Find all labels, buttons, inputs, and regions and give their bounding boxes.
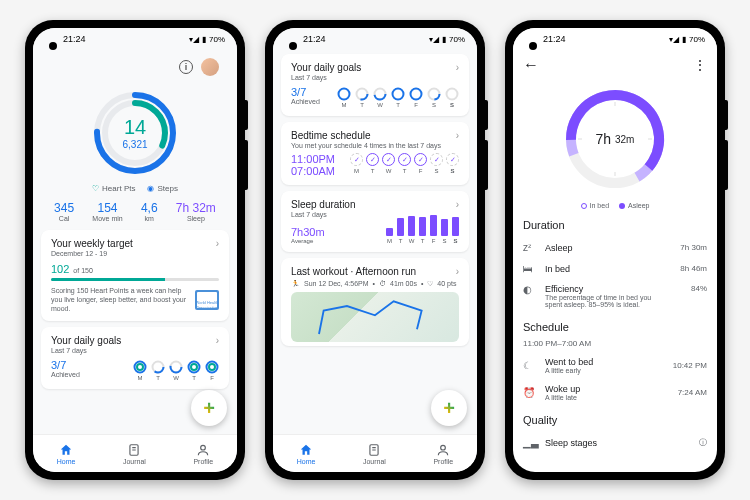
progress-bar — [51, 278, 219, 281]
svg-point-5 — [137, 364, 143, 370]
wifi-icon: ▾◢ — [429, 35, 439, 44]
inbed-dot-icon — [581, 203, 587, 209]
nav-journal[interactable]: Journal — [363, 443, 386, 465]
status-icons: ▾◢▮70% — [669, 35, 705, 44]
woke-up-row[interactable]: ⏰Woke upA little late7:24 AM — [523, 379, 707, 406]
chevron-right-icon: › — [456, 62, 459, 73]
screen-2: 21:24 ▾◢▮70% Your daily goals› Last 7 da… — [273, 28, 477, 472]
moon-icon: ☾ — [523, 360, 537, 371]
sleep-clock: 7h 32m — [560, 84, 670, 194]
who-logo-icon: World Health Organization — [195, 290, 219, 310]
daily-goals-card[interactable]: Your daily goals› Last 7 days 3/7 Achiev… — [41, 327, 229, 389]
phone-frame-2: 21:24 ▾◢▮70% Your daily goals› Last 7 da… — [265, 20, 485, 480]
nav-profile[interactable]: Profile — [433, 443, 453, 465]
more-menu-button[interactable]: ⋮ — [693, 57, 707, 73]
steps-icon: ◉ — [147, 184, 154, 193]
fab-add-button[interactable]: + — [431, 390, 467, 426]
metric-movemin[interactable]: 154Move min — [92, 201, 122, 222]
sleep-stages-row[interactable]: ▁▃Sleep stagesⓘ — [523, 432, 707, 453]
chevron-right-icon: › — [456, 199, 459, 210]
sleep-duration-card[interactable]: Sleep duration› Last 7 days 7h30mAverage… — [281, 191, 469, 252]
efficiency-row[interactable]: ◐EfficiencyThe percentage of time in bed… — [523, 279, 707, 313]
camera-hole — [49, 42, 57, 50]
bedtime-checks: ✓✓✓✓✓✓✓ — [350, 153, 459, 166]
info-icon[interactable]: ⓘ — [699, 437, 707, 448]
stages-icon: ▁▃ — [523, 437, 537, 448]
run-icon: 🏃 — [291, 280, 300, 288]
last-workout-card[interactable]: Last workout · Afternoon run› 🏃Sun 12 De… — [281, 258, 469, 346]
status-icons: ▾◢ ▮ 70% — [189, 35, 225, 44]
metrics-row: 345Cal 154Move min 4,6km 7h 32mSleep — [41, 201, 229, 230]
weekly-target-card[interactable]: Your weekly target› December 12 - 19 102… — [41, 230, 229, 321]
asleep-row[interactable]: zᶻAsleep7h 30m — [523, 237, 707, 258]
heart-icon: ♡ — [427, 280, 433, 288]
fab-add-button[interactable]: + — [191, 390, 227, 426]
svg-point-31 — [441, 445, 446, 450]
nav-profile[interactable]: Profile — [193, 443, 213, 465]
status-bar: 21:24 ▾◢▮70% — [513, 28, 717, 50]
camera-hole — [289, 42, 297, 50]
metric-km[interactable]: 4,6km — [141, 201, 158, 222]
status-icons: ▾◢▮70% — [429, 35, 465, 44]
bottom-nav: Home Journal Profile — [33, 434, 237, 468]
schedule-section-title: Schedule — [523, 321, 707, 333]
plus-icon: + — [203, 397, 215, 420]
chevron-right-icon: › — [456, 130, 459, 141]
chevron-right-icon: › — [456, 266, 459, 277]
asleep-dot-icon — [619, 203, 625, 209]
profile-avatar[interactable] — [201, 58, 219, 76]
went-to-bed-row[interactable]: ☾Went to bedA little early10:42 PM — [523, 352, 707, 379]
nav-home[interactable]: Home — [297, 443, 316, 465]
svg-point-24 — [411, 89, 422, 100]
metric-sleep[interactable]: 7h 32mSleep — [176, 201, 216, 222]
bottom-nav: Home Journal Profile — [273, 434, 477, 468]
inbed-row[interactable]: 🛏In bed8h 46m — [523, 258, 707, 279]
svg-point-27 — [447, 89, 458, 100]
ring-legend: ♡Heart Pts ◉Steps — [41, 184, 229, 193]
wifi-icon: ▾◢ — [189, 35, 199, 44]
screen-1: 21:24 ▾◢ ▮ 70% i — [33, 28, 237, 472]
zzz-icon: zᶻ — [523, 242, 537, 253]
workout-map — [291, 292, 459, 342]
steps-value: 6,321 — [122, 139, 147, 150]
clock-icon: ⏱ — [379, 280, 386, 288]
activity-ring[interactable]: 14 6,321 — [90, 88, 180, 178]
battery-icon: ▮ — [202, 35, 206, 44]
back-button[interactable]: ← — [523, 56, 539, 74]
heart-icon: ♡ — [92, 184, 99, 193]
schedule-range: 11:00 PM–7:00 AM — [523, 339, 707, 348]
sleep-legend: In bed Asleep — [523, 202, 707, 209]
svg-point-17 — [201, 445, 206, 450]
days-rings: M T W T F — [133, 360, 219, 381]
bed-icon: 🛏 — [523, 263, 537, 274]
svg-point-11 — [191, 364, 197, 370]
battery-icon: ▮ — [442, 35, 446, 44]
wifi-icon: ▾◢ — [669, 35, 679, 44]
sleep-bars: M T W T F S S — [386, 220, 459, 244]
top-bar: i — [41, 54, 229, 80]
svg-point-18 — [339, 89, 350, 100]
metric-cal[interactable]: 345Cal — [54, 201, 74, 222]
phone-frame-1: 21:24 ▾◢ ▮ 70% i — [25, 20, 245, 480]
screen-3: 21:24 ▾◢▮70% ← ⋮ 7h 32m — [513, 28, 717, 472]
phone-frame-3: 21:24 ▾◢▮70% ← ⋮ 7h 32m — [505, 20, 725, 480]
svg-point-13 — [209, 364, 215, 370]
nav-home[interactable]: Home — [57, 443, 76, 465]
battery-icon: ▮ — [682, 35, 686, 44]
efficiency-icon: ◐ — [523, 284, 537, 295]
heart-points-value: 14 — [124, 116, 146, 139]
chevron-right-icon: › — [216, 238, 219, 249]
bedtime-schedule-card[interactable]: Bedtime schedule› You met your schedule … — [281, 122, 469, 185]
alarm-icon: ⏰ — [523, 387, 537, 398]
quality-section-title: Quality — [523, 414, 707, 426]
chevron-right-icon: › — [216, 335, 219, 346]
duration-section-title: Duration — [523, 219, 707, 231]
info-icon[interactable]: i — [179, 60, 193, 74]
status-bar: 21:24 ▾◢▮70% — [273, 28, 477, 50]
camera-hole — [529, 42, 537, 50]
status-bar: 21:24 ▾◢ ▮ 70% — [33, 28, 237, 50]
daily-goals-card[interactable]: Your daily goals› Last 7 days 3/7Achieve… — [281, 54, 469, 116]
nav-journal[interactable]: Journal — [123, 443, 146, 465]
svg-point-23 — [393, 89, 404, 100]
plus-icon: + — [443, 397, 455, 420]
